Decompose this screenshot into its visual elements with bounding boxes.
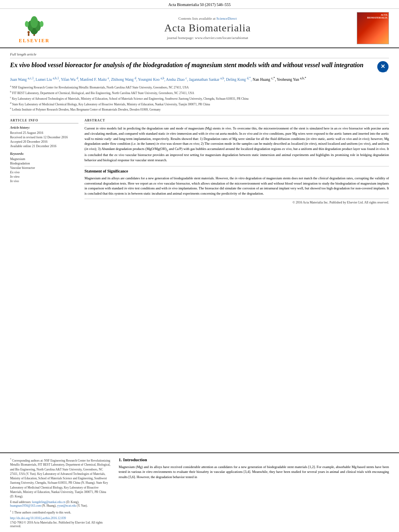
significance-section: Statement of Significance Magnesium and … (84, 166, 389, 196)
two-column-layout: ARTICLE INFO Article history: Received 2… (10, 115, 389, 204)
journal-center: Contents lists available at ScienceDirec… (64, 16, 351, 40)
authors-line: Juan Wang a,c,1, Lumei Liu a,b,1, Yifan … (10, 76, 389, 82)
keyword-6: In vivo (10, 179, 78, 183)
keywords-label: Keywords: (10, 152, 78, 156)
svg-point-5 (27, 31, 30, 33)
content-lists-text: Contents lists available at ScienceDirec… (64, 16, 351, 21)
journal-header: ELSEVIER Contents lists available at Sci… (0, 9, 399, 48)
revised-date: Received in revised form 12 December 201… (10, 136, 78, 139)
article-type: Full length article (10, 52, 389, 58)
article-content: Full length article Ex vivo blood vessel… (0, 48, 399, 452)
elsevier-tree-icon (18, 13, 50, 37)
email-2-name: (N. Huang), (42, 504, 56, 507)
article-history-label: Article history: (10, 126, 78, 129)
svg-point-4 (31, 16, 38, 28)
email-line: E-mail addresses: kongdeling@nankai.edu.… (10, 500, 111, 507)
keyword-1: Magnesium (10, 157, 78, 161)
keyword-5: In vitro (10, 175, 78, 179)
email-label: E-mail addresses: (10, 500, 31, 504)
affiliation-e: e Leibniz Institute of Polymer Research … (10, 106, 389, 112)
introduction-column: 1. Introduction Magnesium (Mg) and its a… (119, 457, 389, 528)
corresponding-author-note: * Corresponding authors at: NSF Engineer… (10, 457, 111, 499)
journal-citation: Acta Biomaterialia 50 (2017) 546–555 (0, 0, 399, 9)
affiliation-b: b FIT BEST Laboratory, Department of Che… (10, 90, 389, 95)
article-title: Ex vivo blood vessel bioreactor for anal… (10, 61, 373, 70)
intro-heading: 1. Introduction (119, 457, 389, 462)
svg-text:✕: ✕ (380, 63, 385, 70)
page: Acta Biomaterialia 50 (2017) 546–555 (0, 0, 399, 532)
affiliation-c: c Key Laboratory of Advanced Technologie… (10, 95, 389, 101)
email-2-link[interactable]: huangnan1956@163.com (10, 504, 41, 507)
abstract-text: Current in vitro models fail in predicti… (84, 126, 389, 163)
affiliations: a NSF Engineering Research Center for Re… (10, 84, 389, 112)
doi-link[interactable]: http://dx.doi.org/10.1016/j.actbio.2016.… (10, 516, 111, 520)
elsevier-logo: ELSEVIER (18, 13, 50, 44)
abstract-paragraph: Current in vitro models fail in predicti… (84, 126, 389, 163)
significance-heading: Statement of Significance (84, 169, 389, 173)
svg-text:CrossMark: CrossMark (379, 70, 387, 72)
right-column: ABSTRACT Current in vitro models fail in… (84, 119, 389, 204)
significance-text: Magnesium and its alloys are candidates … (84, 176, 389, 196)
issn-text: 1742-7061/© 2016 Acta Materialia Inc. Pu… (10, 521, 111, 528)
accepted-date: Accepted 20 December 2016 (10, 140, 78, 144)
email-3-link[interactable]: yyun@ncat.edu (57, 504, 76, 507)
article-info-heading: ARTICLE INFO (10, 119, 78, 123)
elsevier-name: ELSEVIER (19, 38, 50, 44)
footnotes-column: * Corresponding authors at: NSF Engineer… (10, 457, 111, 528)
abstract-heading: ABSTRACT (84, 119, 389, 123)
sciencedirect-link[interactable]: ScienceDirect (216, 16, 237, 21)
bottom-section: * Corresponding authors at: NSF Engineer… (0, 452, 399, 532)
keyword-2: Biodegradation (10, 162, 78, 165)
intro-text: Magnesium (Mg) and its alloys have recei… (119, 464, 389, 480)
cover-text: ACTABIOMATERIALIA (367, 14, 387, 19)
journal-cover-area: ACTABIOMATERIALIA (355, 12, 391, 44)
equal-contribution-note: 1 1 These authors contributed equally to… (10, 509, 111, 515)
affiliation-a: a NSF Engineering Research Center for Re… (10, 84, 389, 90)
journal-homepage: journal homepage: www.elsevier.com/locat… (64, 36, 351, 40)
crossmark-logo: ✕ CrossMark (377, 61, 389, 74)
svg-rect-6 (28, 33, 29, 35)
keyword-3: Vascular bioreactor (10, 166, 78, 170)
email-3-name: (Y. Yun). (77, 504, 88, 507)
elsevier-logo-area: ELSEVIER (8, 13, 60, 44)
journal-cover-image: ACTABIOMATERIALIA (357, 12, 389, 44)
citation-text: Acta Biomaterialia 50 (2017) 546–555 (169, 2, 231, 7)
keyword-4: Ex vivo (10, 170, 78, 174)
copyright-text: © 2016 Acta Materialia Inc. Published by… (84, 199, 389, 204)
received-date: Received 25 August 2016 (10, 131, 78, 135)
email-1-link[interactable]: kongdeling@nankai.edu.cn (32, 500, 65, 504)
crossmark-icon: ✕ CrossMark (377, 61, 389, 73)
svg-point-7 (25, 21, 29, 27)
svg-point-8 (40, 21, 43, 27)
journal-title: Acta Biomaterialia (64, 22, 351, 34)
affiliation-d: d State Key Laboratory of Medicinal Chem… (10, 101, 389, 107)
available-date: Available online 21 December 2016 (10, 144, 78, 148)
title-row: Ex vivo blood vessel bioreactor for anal… (10, 61, 389, 74)
email-1-name: (D. Kong), (66, 500, 79, 504)
left-column: ARTICLE INFO Article history: Received 2… (10, 119, 78, 204)
keywords-section: Keywords: Magnesium Biodegradation Vascu… (10, 152, 78, 183)
ex-vivo-title: Ex vivo (10, 62, 30, 68)
